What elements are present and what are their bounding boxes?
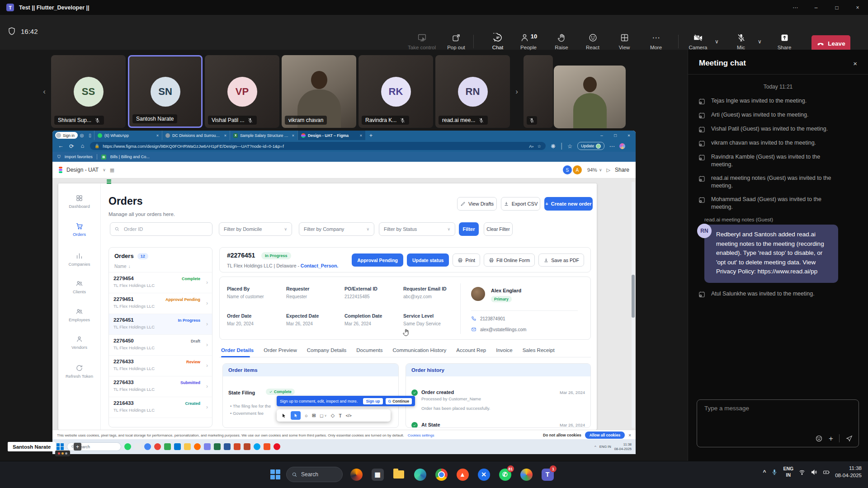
component-tool-icon[interactable]: ◇ [331,413,335,418]
order-row[interactable]: 2216433TL Flex Holdings LLC Created › [109,397,212,418]
browser-profile-button[interactable]: Sign in [55,132,78,139]
app-icon[interactable] [124,443,131,450]
app-icon[interactable] [244,443,250,450]
save-as-pdf-button[interactable]: Save as PDF [538,253,584,267]
address-bar[interactable]: 🔒 https://www.figma.com/design/9BKQ0FOHR… [90,142,546,150]
language-indicator[interactable]: ENG IN [783,466,793,478]
bookmark-link[interactable]: Bills | Billing and Co... [110,155,150,159]
fill-online-form-button[interactable]: Fill Online Form [484,253,535,267]
browser-more-icon[interactable]: ⋯ [609,143,615,150]
app-icon[interactable] [204,443,211,450]
app-icon[interactable] [174,443,181,450]
refresh-icon[interactable]: ⟳ [68,143,75,150]
start-button[interactable] [270,469,280,479]
video-tile-partial[interactable] [524,55,553,128]
favorites-bar-icon[interactable]: ☆ [566,143,573,150]
select-tool-icon[interactable] [281,413,287,418]
mic-button[interactable]: Mic [726,33,755,50]
figma-menu-icon[interactable] [59,167,62,173]
close-tab-icon[interactable]: × [224,133,226,138]
video-tile[interactable]: RN read.ai mee... [435,55,510,128]
update-status-button[interactable]: Update status [407,253,449,267]
chat-button[interactable]: Chat [483,33,512,50]
app-icon[interactable] [264,443,270,450]
teams-icon[interactable]: T 1 [540,467,555,482]
restore-icon[interactable]: □ [826,0,847,15]
update-button[interactable]: Update [577,142,604,150]
tray-mic-icon[interactable] [771,469,778,476]
edge-icon[interactable] [412,467,428,482]
speaker-icon[interactable] [811,469,818,476]
browser-tab[interactable]: DC Divisions and Surroundings × [162,131,230,140]
battery-icon[interactable] [823,469,830,476]
emoji-icon[interactable] [815,435,823,442]
camera-button[interactable]: Camera [684,33,712,50]
app-icon[interactable] [214,443,221,450]
app-icon[interactable] [134,443,141,450]
sidebar-item-companies[interactable]: Companies [58,252,100,267]
order-id-input[interactable] [123,226,208,232]
home-icon[interactable]: ⌂ [79,143,86,149]
present-icon[interactable]: ▷ [607,167,610,173]
app-icon[interactable] [164,443,171,450]
tab-order-details[interactable]: Order Details [221,347,254,353]
approval-pending-button[interactable]: Approval Pending [352,253,403,267]
sidebar-item-dashboard[interactable]: Dashboard [58,194,100,209]
app-icon[interactable] [349,467,364,482]
tab-documents[interactable]: Documents [356,347,382,353]
app-icon[interactable] [519,467,534,482]
browser-tab[interactable]: X Sample Salary Structure with calc × [230,131,297,140]
frame-tool-icon[interactable]: ⊞ [312,413,316,418]
raise-button[interactable]: Raise [547,33,576,50]
contact-person-link[interactable]: Contact_Person. [301,263,338,268]
filter-company-select[interactable]: Filter by Company∨ [299,222,374,236]
video-tile[interactable]: SS Shivani Sup... [51,55,126,128]
move-tool-active[interactable] [291,411,301,420]
close-cookie-icon[interactable]: × [628,433,631,438]
app-icon[interactable] [194,443,201,450]
browser-close-icon[interactable]: × [622,133,636,138]
tab-communication-history[interactable]: Communication History [392,347,446,353]
pop-out-button[interactable]: Pop out [442,33,471,50]
app-icon[interactable]: ▦ [370,467,385,482]
tiles-prev-icon[interactable]: ‹ [40,87,49,96]
brave-icon[interactable]: ▲ [455,467,470,482]
new-tab-icon[interactable]: + [369,132,373,139]
collaborator-avatar[interactable]: A [572,164,583,175]
message-composer[interactable]: + [697,399,859,447]
app-icon[interactable] [234,443,241,450]
tab-order-preview[interactable]: Order Preview [264,347,297,353]
browser-essentials-icon[interactable]: ❋ [550,143,557,150]
camera-chevron-icon[interactable]: ∨ [715,38,719,45]
order-row[interactable]: 2276450TL Flex Holdings LLC Draft › [109,335,212,356]
import-favorites-link[interactable]: Import favorites [65,155,93,159]
sidebar-item-employees[interactable]: Employees [58,308,100,322]
attach-plus-icon[interactable]: + [829,435,833,442]
more-button[interactable]: ⋯ More [642,33,670,50]
sign-up-button[interactable]: Sign up [363,398,382,404]
tab-sales-receipt[interactable]: Sales Receipt [523,347,555,353]
window-more-icon[interactable]: ⋯ [785,0,806,15]
language-indicator[interactable]: ENG IN [599,445,611,449]
contact-email-row[interactable]: alex@vstatefilings.com [471,327,526,332]
figma-doc-title[interactable]: Design - UAT [66,167,99,173]
name-column-header[interactable]: Name ↓ [109,259,212,272]
chrome-icon[interactable] [434,467,449,482]
tray-chevron-up-icon[interactable]: ^ [763,469,766,475]
app-icon[interactable] [274,443,280,450]
vertical-tabs-icon[interactable]: ▯ [86,133,94,138]
presenter-add-icon[interactable]: + [74,443,81,450]
clear-filter-button[interactable]: Clear Filter [484,222,513,236]
tab-account-rep[interactable]: Account Rep [456,347,486,353]
order-row[interactable]: 2276433TL Flex Holdings LLC Review › [109,356,212,376]
clock[interactable]: 11:38 08-04-2025 [835,465,862,479]
close-icon[interactable]: × [847,0,868,15]
doc-title-chevron-icon[interactable]: ∨ [103,168,106,172]
order-id-search[interactable] [110,222,212,236]
video-tile-active-speaker[interactable]: SN Santosh Narate [128,55,203,128]
back-icon[interactable]: ← [57,143,64,149]
filter-status-select[interactable]: Filter by Status∨ [379,222,455,236]
close-tab-icon[interactable]: × [292,133,294,138]
read-aloud-icon[interactable]: A» [529,144,533,149]
video-tile[interactable]: VP Vishal Patil ... [205,55,279,128]
